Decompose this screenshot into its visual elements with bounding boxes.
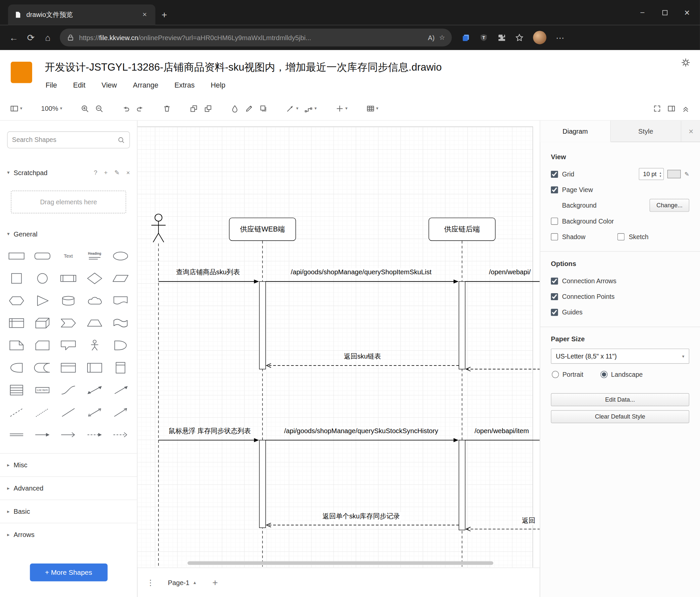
lifeline-head-backend[interactable]: 供应链后端 — [429, 218, 496, 241]
menu-file[interactable]: File — [45, 81, 57, 89]
add-page-button[interactable]: + — [208, 577, 222, 588]
back-icon[interactable]: ← — [5, 29, 22, 46]
window-maximize-button[interactable] — [654, 0, 676, 25]
portrait-radio[interactable] — [552, 371, 559, 378]
grid-size-input[interactable]: 10 pt ▴▾ — [639, 168, 664, 180]
lifeline-head-web[interactable]: 供应链WEB端 — [229, 218, 296, 241]
shape-cube[interactable] — [29, 312, 55, 334]
shape-text[interactable]: Text — [56, 245, 81, 267]
shape-diamond[interactable] — [81, 267, 107, 290]
shadow-button[interactable] — [256, 101, 271, 116]
connection-points-checkbox[interactable] — [551, 293, 558, 300]
scratchpad-dropzone[interactable]: Drag elements here — [10, 190, 126, 214]
guides-checkbox[interactable] — [551, 308, 558, 316]
message-label-query-sku-stock-sync-history[interactable]: /api/goods/shopManage/querySkuStockSyncH… — [283, 427, 440, 434]
shape-list[interactable] — [4, 379, 29, 401]
shape-ellipse[interactable] — [107, 245, 133, 267]
shape-and[interactable] — [4, 357, 29, 379]
shape-open-arrow-right[interactable] — [56, 424, 81, 446]
shape-trapezoid[interactable] — [81, 312, 107, 334]
shape-arrow[interactable] — [107, 379, 133, 401]
shape-or[interactable] — [107, 334, 133, 357]
fill-color-button[interactable] — [228, 101, 242, 116]
zoom-in-button[interactable] — [78, 101, 92, 116]
actor-figure[interactable] — [151, 214, 166, 242]
shape-internal-storage[interactable] — [4, 312, 29, 334]
horizontal-scrollbar[interactable] — [188, 561, 494, 565]
shape-triangle[interactable] — [29, 290, 55, 312]
paper-size-select[interactable]: US-Letter (8,5" x 11") ▾ — [551, 349, 690, 364]
shape-dashed-line[interactable] — [4, 401, 29, 424]
shape-line[interactable] — [56, 401, 81, 424]
menu-extras[interactable]: Extras — [174, 81, 195, 89]
table-button[interactable]: ▾ — [363, 101, 381, 116]
url-bar[interactable]: https://file.kkview.cn/onlinePreview?url… — [60, 28, 452, 46]
more-shapes-button[interactable]: + More Shapes — [30, 564, 107, 581]
format-panel-toggle-button[interactable] — [664, 101, 678, 116]
format-panel-close-icon[interactable]: ✕ — [682, 121, 700, 142]
message-label-hover-stock-sync[interactable]: 鼠标悬浮 库存同步状态列表 — [167, 427, 252, 435]
home-icon[interactable]: ⌂ — [40, 29, 56, 46]
favorite-star-icon[interactable]: ☆ — [439, 33, 445, 42]
insert-button[interactable]: ▾ — [332, 101, 351, 116]
waypoint-style-button[interactable]: ▾ — [302, 101, 320, 116]
shadow-checkbox[interactable] — [551, 233, 558, 240]
clear-default-style-button[interactable]: Clear Default Style — [551, 410, 690, 423]
scratchpad-header[interactable]: ▾ Scratchpad ? + ✎ × — [0, 166, 137, 179]
zoom-dropdown[interactable]: 100%▾ — [38, 101, 66, 116]
scratchpad-close-icon[interactable]: × — [126, 169, 130, 176]
shape-square[interactable] — [4, 267, 29, 290]
message-label-return-partial[interactable]: 返回 — [520, 517, 536, 525]
shape-actor[interactable] — [81, 334, 107, 357]
grid-color-swatch[interactable] — [668, 170, 681, 178]
browser-menu-icon[interactable]: ⋯ — [556, 32, 565, 43]
edit-data-button[interactable]: Edit Data... — [551, 393, 690, 406]
menu-arrange[interactable]: Arrange — [133, 81, 158, 89]
menu-help[interactable]: Help — [211, 81, 225, 89]
tab-close-icon[interactable]: × — [140, 10, 149, 19]
shape-directional-connector[interactable] — [107, 401, 133, 424]
activation-backend-2[interactable] — [459, 440, 465, 530]
shape-hexagon[interactable] — [4, 290, 29, 312]
shape-callout[interactable] — [56, 334, 81, 357]
shape-dashed-arrow[interactable] — [81, 424, 107, 446]
scratchpad-add-icon[interactable]: + — [104, 169, 108, 176]
scratchpad-edit-icon[interactable]: ✎ — [114, 169, 120, 176]
activation-web-1[interactable] — [259, 282, 266, 369]
line-color-button[interactable] — [242, 101, 256, 116]
pages-menu-icon[interactable]: ⋮ — [144, 577, 157, 588]
shape-bidirectional-connector[interactable] — [81, 401, 107, 424]
shape-document[interactable] — [107, 290, 133, 312]
background-color-checkbox[interactable] — [551, 217, 558, 224]
menu-view[interactable]: View — [101, 81, 117, 89]
shape-data-storage[interactable] — [29, 357, 55, 379]
shield-extension-icon[interactable]: T — [480, 33, 488, 42]
delete-button[interactable] — [160, 101, 174, 116]
shape-dashed-open-arrow[interactable] — [107, 424, 133, 446]
refresh-icon[interactable]: ⟳ — [22, 29, 39, 46]
message-label-open-webapi-item[interactable]: /open/webapi/item — [473, 427, 530, 434]
favorites-bar-star-icon[interactable] — [515, 33, 524, 42]
shape-circle[interactable] — [29, 267, 55, 290]
undo-button[interactable] — [119, 101, 133, 116]
new-tab-button[interactable]: + — [155, 4, 173, 25]
message-label-return-single-sku[interactable]: 返回单个sku库存同步记录 — [321, 512, 401, 521]
diagram-canvas[interactable]: 供应链WEB端 供应链后端 查询店铺商品sku列表 /api/goods/sho… — [138, 121, 540, 568]
shape-cloud[interactable] — [81, 290, 107, 312]
section-general[interactable]: ▾ General — [0, 223, 137, 244]
shape-textbox-heading[interactable]: Heading — [81, 245, 107, 267]
message-label-open-webapi[interactable]: /open/webapi/ — [488, 268, 532, 276]
connection-style-button[interactable]: ▾ — [283, 101, 302, 116]
shape-vertical-pool[interactable] — [107, 357, 133, 379]
message-label-return-sku-list[interactable]: 返回sku链表 — [343, 352, 382, 361]
read-aloud-icon[interactable]: A) — [428, 34, 434, 42]
shape-horizontal-pool[interactable] — [81, 357, 107, 379]
activation-web-2[interactable] — [259, 440, 266, 528]
shape-tape[interactable] — [107, 312, 133, 334]
message-label-query-shop-item-sku-list[interactable]: /api/goods/shopManage/queryShopItemSkuLi… — [289, 268, 433, 276]
grid-checkbox[interactable] — [551, 170, 558, 178]
shape-card[interactable] — [29, 334, 55, 357]
shape-arrow-right[interactable] — [29, 424, 55, 446]
view-format-button[interactable]: ▾ — [7, 101, 26, 116]
message-label-query-sku-list[interactable]: 查询店铺商品sku列表 — [175, 268, 241, 277]
